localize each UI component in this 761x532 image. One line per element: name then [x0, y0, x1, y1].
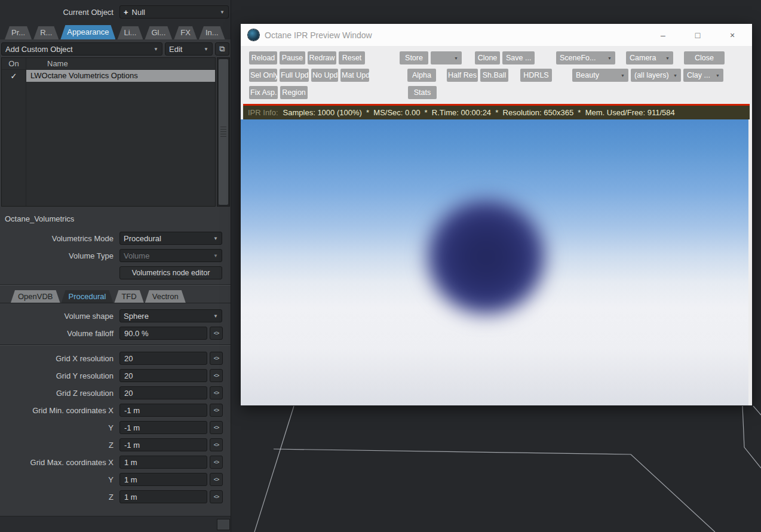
half-res-button[interactable]: Half Res	[447, 69, 478, 82]
envelope-button[interactable]: <>	[210, 327, 223, 340]
tab-r[interactable]: R...	[33, 26, 59, 39]
region-button[interactable]: Region	[280, 86, 308, 99]
chevron-down-icon: ▼	[213, 313, 218, 319]
tab-fx[interactable]: FX	[174, 26, 197, 39]
grid-max-z-input[interactable]	[119, 490, 207, 503]
tab-openvdb[interactable]: OpenVDB	[11, 290, 60, 303]
chevron-down-icon: ▼	[204, 47, 208, 52]
store-button[interactable]: Store	[400, 51, 428, 64]
maximize-button[interactable]: □	[694, 30, 702, 40]
field-label: Volume Type	[0, 251, 113, 260]
chevron-down-icon: ▼	[621, 73, 625, 78]
redraw-button[interactable]: Redraw	[308, 51, 336, 64]
reset-button[interactable]: Reset	[339, 51, 365, 64]
null-object-icon: +	[124, 8, 128, 17]
grid-z-resolution-input[interactable]	[119, 386, 207, 399]
tab-gl[interactable]: Gl...	[145, 26, 172, 39]
tab-appearance[interactable]: Appearance	[60, 25, 115, 39]
shaderball-button[interactable]: Sh.Ball	[480, 69, 508, 82]
clone-button[interactable]: Clone	[475, 51, 500, 64]
mat-update-button[interactable]: Mat Upd	[340, 69, 369, 82]
reload-button[interactable]: Reload	[249, 51, 277, 64]
volumetrics-node-editor-button[interactable]: Volumetrics node editor	[119, 266, 222, 279]
chevron-down-icon: ▼	[533, 56, 535, 60]
dropdown-value: Edit	[169, 45, 201, 54]
pause-button[interactable]: Pause	[280, 51, 305, 64]
window-titlebar[interactable]: Octane IPR Preview Window – □ ×	[241, 24, 752, 47]
list-item[interactable]: ✓ LWOctane Volumetrics Options	[2, 70, 215, 82]
no-update-button[interactable]: No Upd.	[311, 69, 338, 82]
field-label: Y	[0, 475, 113, 484]
tab-tfd[interactable]: TFD	[114, 290, 143, 303]
current-object-dropdown[interactable]: + Null ▼	[119, 5, 229, 19]
grid-min-z-input[interactable]	[119, 438, 207, 451]
full-update-button[interactable]: Full Upd.	[280, 69, 309, 82]
tab-li[interactable]: Li...	[117, 26, 143, 39]
render-pass-dropdown[interactable]: Beauty ▼	[572, 69, 628, 82]
grid-min-y-input[interactable]	[119, 421, 207, 434]
scroll-corner[interactable]	[217, 519, 230, 530]
close-icon[interactable]: ×	[728, 30, 737, 40]
envelope-button[interactable]: <>	[210, 490, 223, 503]
minimize-button[interactable]: –	[659, 30, 667, 40]
chevron-down-icon: ▼	[607, 56, 612, 60]
dropdown-value: (all layers)	[634, 71, 669, 79]
check-icon[interactable]: ✓	[2, 72, 26, 81]
clipboard-icon[interactable]: ⧉	[215, 42, 229, 56]
envelope-button[interactable]: <>	[210, 352, 223, 365]
custom-object-list: On Name ✓ LWOctane Volumetrics Options	[1, 57, 216, 207]
hdrls-button[interactable]: HDRLS	[520, 69, 552, 82]
volume-sphere	[407, 180, 564, 334]
chevron-down-icon: ▼	[213, 236, 218, 241]
field-label: Y	[0, 423, 113, 432]
grid-min-x-input[interactable]	[119, 404, 207, 417]
sel-only-button[interactable]: Sel Only	[249, 69, 277, 82]
column-header-name: Name	[26, 59, 68, 68]
scrollbar-thumb[interactable]	[219, 59, 228, 205]
divider	[0, 284, 231, 285]
octane-logo	[248, 29, 259, 41]
envelope-button[interactable]: <>	[210, 473, 223, 486]
envelope-button[interactable]: <>	[210, 456, 223, 469]
procedural-tab-bar: OpenVDB Procedural TFD Vectron	[0, 290, 231, 303]
grid-y-resolution-input[interactable]	[119, 369, 207, 382]
close-button[interactable]: Close	[684, 51, 725, 64]
add-custom-object-dropdown[interactable]: Add Custom Object ▼	[1, 42, 162, 56]
volume-type-dropdown[interactable]: Volume ▼	[119, 249, 222, 262]
render-preview	[241, 119, 748, 405]
save-dropdown[interactable]: Save ... ▼	[502, 51, 535, 64]
section-title: Octane_Volumetrics	[5, 214, 74, 223]
volume-falloff-input[interactable]	[119, 327, 207, 340]
sceneformat-dropdown[interactable]: SceneFo... ▼	[556, 51, 615, 64]
fix-aspect-button[interactable]: Fix Asp.	[249, 86, 278, 99]
volume-shape-dropdown[interactable]: Sphere ▼	[119, 309, 222, 322]
tab-pr[interactable]: Pr...	[5, 26, 32, 39]
envelope-button[interactable]: <>	[210, 404, 223, 417]
tab-vectron[interactable]: Vectron	[145, 290, 186, 303]
list-scrollbar[interactable]	[217, 57, 230, 207]
clay-mode-dropdown[interactable]: Clay ... ▼	[683, 69, 723, 82]
dropdown-value: Camera	[630, 54, 656, 62]
dropdown-value: Sphere	[124, 312, 211, 321]
grid-x-resolution-input[interactable]	[119, 352, 207, 365]
camera-dropdown[interactable]: Camera ▼	[626, 51, 673, 64]
chevron-down-icon: ▼	[716, 73, 720, 78]
stats-button[interactable]: Stats	[408, 86, 437, 99]
ipr-info-label: IPR Info:	[248, 108, 278, 117]
envelope-button[interactable]: <>	[210, 386, 223, 399]
list-item-label[interactable]: LWOctane Volumetrics Options	[26, 70, 215, 82]
tab-in[interactable]: In...	[199, 26, 225, 39]
tab-procedural[interactable]: Procedural	[62, 290, 113, 303]
grid-max-x-input[interactable]	[119, 456, 207, 469]
envelope-button[interactable]: <>	[210, 421, 223, 434]
chevron-down-icon: ▼	[213, 253, 218, 259]
layers-dropdown[interactable]: (all layers) ▼	[631, 69, 681, 82]
alpha-button[interactable]: Alpha	[407, 69, 436, 82]
envelope-button[interactable]: <>	[210, 438, 223, 451]
grid-max-y-input[interactable]	[119, 473, 207, 486]
edit-dropdown[interactable]: Edit ▼	[165, 42, 213, 56]
volumetrics-mode-dropdown[interactable]: Procedural ▼	[119, 232, 222, 245]
envelope-button[interactable]: <>	[210, 369, 223, 382]
store-options-dropdown[interactable]: ▼	[431, 51, 462, 64]
chevron-down-icon: ▼	[665, 56, 670, 60]
